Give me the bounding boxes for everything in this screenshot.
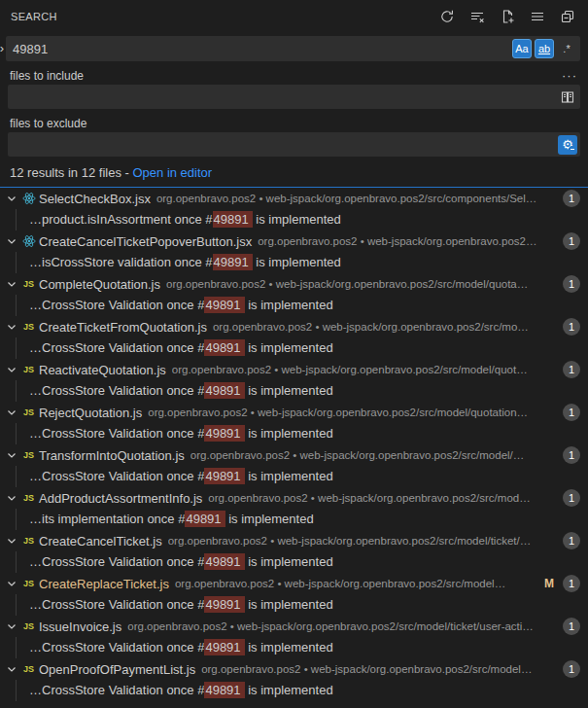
include-input-row: [8, 85, 580, 109]
file-row[interactable]: JS IssueInvoice.js org.openbravo.pos2 • …: [0, 616, 588, 637]
match-before: …CrossStore Validation once #: [29, 298, 204, 312]
match-row[interactable]: …CrossStore Validation once #49891 is im…: [0, 680, 588, 701]
file-name: CreateCancelTicketPopoverButton.jsx: [39, 234, 252, 249]
match-row[interactable]: …isCrossStore validation once #49891 is …: [0, 252, 588, 273]
match-row[interactable]: …CrossStore Validation once #49891 is im…: [0, 637, 588, 658]
match-after: is implemented: [245, 469, 333, 483]
file-name: CompleteQuotation.js: [39, 277, 160, 292]
toggle-search-details-icon[interactable]: ···: [561, 71, 578, 81]
exclude-input-row: ⚙: [8, 132, 580, 157]
panel-title: SEARCH: [11, 11, 57, 22]
match-row[interactable]: …CrossStore Validation once #49891 is im…: [0, 337, 588, 359]
match-highlight: 49891: [204, 639, 244, 655]
result-count-badge: 1: [563, 190, 580, 207]
search-panel-header: SEARCH: [0, 0, 588, 33]
match-highlight: 49891: [204, 382, 244, 399]
chevron-down-icon[interactable]: [4, 362, 19, 377]
match-before: …CrossStore Validation once #: [29, 469, 204, 483]
file-path: org.openbravo.pos2 • web-jspack/org.open…: [166, 278, 554, 290]
file-row[interactable]: JS OpenProofOfPaymentList.js org.openbra…: [0, 658, 588, 680]
file-row[interactable]: SelectCheckBox.jsx org.openbravo.pos2 • …: [0, 188, 588, 209]
match-highlight: 49891: [213, 254, 253, 270]
match-row[interactable]: …CrossStore Validation once #49891 is im…: [0, 594, 588, 616]
results-summary: 12 results in 12 files - Open in editor: [10, 165, 578, 180]
chevron-down-icon[interactable]: [4, 661, 19, 677]
chevron-down-icon[interactable]: [4, 447, 19, 463]
whole-word-toggle[interactable]: ab: [535, 39, 554, 58]
indent-guide: [16, 252, 17, 273]
js-file-icon: JS: [20, 319, 37, 335]
file-row[interactable]: JS TransformIntoQuotation.js org.openbra…: [0, 444, 588, 466]
chevron-down-icon[interactable]: [4, 576, 19, 591]
chevron-down-icon[interactable]: [4, 319, 19, 335]
file-name: ReactivateQuotation.js: [39, 363, 166, 377]
chevron-down-icon[interactable]: [4, 191, 19, 206]
match-row[interactable]: …CrossStore Validation once #49891 is im…: [0, 380, 588, 402]
result-count-badge: 1: [563, 660, 580, 678]
file-row[interactable]: JS ReactivateQuotation.js org.openbravo.…: [0, 359, 588, 380]
match-before: …CrossStore Validation once #: [29, 640, 204, 655]
match-after: is implemented: [245, 426, 333, 441]
match-row[interactable]: …CrossStore Validation once #49891 is im…: [0, 295, 588, 316]
file-row[interactable]: JS CreateReplaceTicket.js org.openbravo.…: [0, 573, 588, 594]
files-to-include-input[interactable]: [8, 85, 558, 109]
result-count-badge: 1: [563, 275, 580, 293]
match-highlight: 49891: [204, 297, 244, 313]
file-row[interactable]: JS RejectQuotation.js org.openbravo.pos2…: [0, 402, 588, 423]
results-count-text: 12 results in 12 files: [10, 165, 121, 180]
match-after: is implemented: [245, 683, 333, 697]
match-case-toggle[interactable]: Aa: [512, 39, 532, 58]
match-after: is implemented: [245, 597, 333, 612]
file-path: org.openbravo.pos2 • web-jspack/org.open…: [168, 535, 554, 547]
match-row[interactable]: …CrossStore Validation once #49891 is im…: [0, 466, 588, 487]
result-count-badge: 1: [563, 489, 580, 507]
clear-search-results-icon[interactable]: [467, 6, 488, 27]
chevron-down-icon[interactable]: [4, 490, 19, 506]
view-as-list-icon[interactable]: [527, 6, 548, 27]
chevron-down-icon[interactable]: [4, 276, 19, 292]
search-input[interactable]: [6, 36, 509, 61]
file-row[interactable]: JS CreateCancelTicket.js org.openbravo.p…: [0, 530, 588, 551]
files-to-include-label: files to include: [10, 69, 84, 83]
file-path: org.openbravo.pos2 • web-jspack/org.open…: [213, 321, 554, 333]
js-file-icon: JS: [20, 661, 37, 677]
files-to-include-row: files to include ···: [10, 69, 578, 83]
chevron-down-icon[interactable]: [4, 405, 19, 420]
file-row[interactable]: JS CreateTicketFromQuotation.js org.open…: [0, 316, 588, 337]
file-row[interactable]: CreateCancelTicketPopoverButton.jsx org.…: [0, 230, 588, 252]
match-row[interactable]: …CrossStore Validation once #49891 is im…: [0, 551, 588, 573]
match-row[interactable]: …its implementation once #49891 is imple…: [0, 509, 588, 530]
indent-guide: [16, 423, 17, 444]
match-highlight: 49891: [204, 553, 244, 570]
chevron-down-icon[interactable]: [4, 619, 19, 634]
react-file-icon: [20, 233, 37, 249]
collapse-all-icon[interactable]: [557, 6, 578, 27]
search-box: Aaab.*: [6, 36, 580, 61]
chevron-down-icon[interactable]: [4, 233, 19, 249]
new-search-editor-icon[interactable]: [497, 6, 518, 27]
match-after: is implemented: [245, 554, 333, 569]
chevron-down-icon[interactable]: [4, 533, 19, 549]
exclude-minus-badge: [569, 146, 576, 154]
exclude-settings-gear-icon[interactable]: ⚙: [558, 135, 577, 155]
result-count-badge: 1: [563, 532, 580, 549]
file-row[interactable]: JS AddProductAssortmentInfo.js org.openb…: [0, 487, 588, 509]
open-editors-icon[interactable]: [558, 88, 577, 107]
match-row[interactable]: …CrossStore Validation once #49891 is im…: [0, 423, 588, 444]
js-file-icon: JS: [20, 405, 37, 420]
refresh-icon[interactable]: [436, 6, 458, 27]
file-name: AddProductAssortmentInfo.js: [39, 491, 202, 506]
indent-guide: [16, 295, 17, 316]
match-after: is implemented: [245, 298, 333, 312]
match-after: is implemented: [253, 212, 341, 227]
match-row[interactable]: …product.isInAssortment once #49891 is i…: [0, 209, 588, 230]
file-row[interactable]: JS CompleteQuotation.js org.openbravo.po…: [0, 273, 588, 295]
indent-guide: [16, 680, 17, 701]
use-regex-toggle[interactable]: .*: [557, 39, 576, 58]
js-file-icon: JS: [20, 533, 37, 549]
match-highlight: 49891: [185, 511, 225, 527]
open-in-editor-link[interactable]: Open in editor: [132, 165, 212, 180]
file-path: org.openbravo.pos2 • web-jspack/org.open…: [172, 364, 554, 375]
files-to-exclude-input[interactable]: [8, 132, 558, 157]
react-file-icon: [20, 191, 37, 206]
